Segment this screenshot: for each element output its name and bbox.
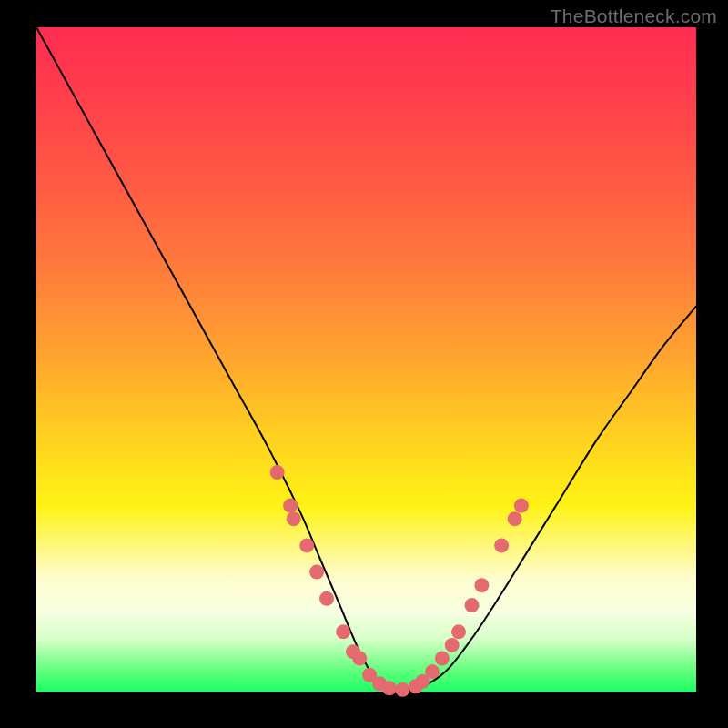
data-marker [352,652,367,666]
data-marker [319,592,334,606]
chart-frame: TheBottleneck.com [0,0,728,728]
data-marker [287,511,301,526]
data-marker [494,538,509,552]
data-marker [283,499,298,513]
chart-svg [36,27,696,692]
marker-group [270,465,529,697]
bottleneck-curve [36,27,696,692]
data-marker [299,538,314,552]
data-marker [270,465,285,480]
data-marker [309,565,324,580]
data-marker [508,511,522,526]
data-marker [435,652,450,666]
data-marker [451,624,466,639]
watermark-text: TheBottleneck.com [551,5,717,27]
data-marker [336,624,350,639]
data-marker [395,682,410,697]
data-marker [465,598,480,612]
plot-area [36,27,696,692]
data-marker [425,664,440,679]
data-marker [514,499,529,513]
data-marker [445,638,460,652]
data-marker [474,578,489,592]
data-marker [382,681,397,695]
